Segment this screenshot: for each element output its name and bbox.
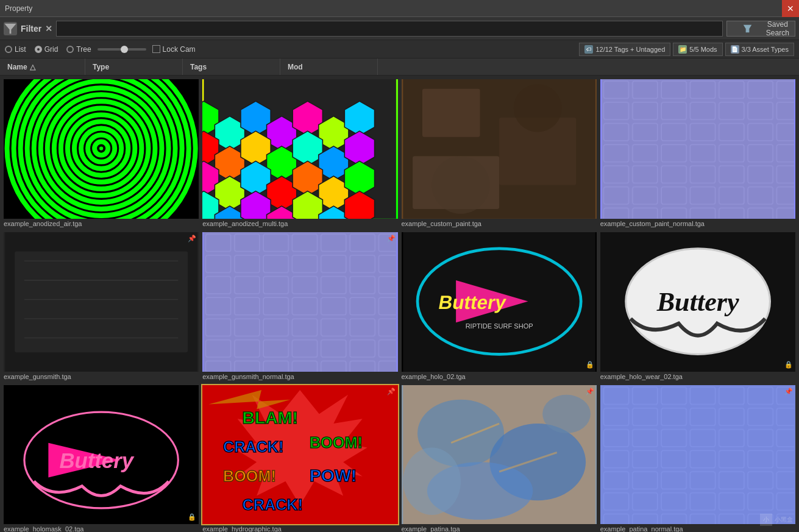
grid-item[interactable]: example_custom_paint.tga <box>402 79 597 229</box>
list-radio-circle <box>5 46 12 53</box>
grid-item-thumbnail: 📌 <box>202 232 397 372</box>
tree-label: Tree <box>76 45 91 54</box>
svg-point-80 <box>513 84 561 132</box>
grid-item-thumbnail: Buttery 🔒 <box>600 232 795 372</box>
mods-label: 5/5 Mods <box>689 46 717 53</box>
grid-item[interactable]: example_anodized_multi.tga <box>202 79 397 229</box>
view-bar: List Grid Tree Lock Cam 🏷 12/12 Tags + U… <box>0 40 799 59</box>
pin-icon: 📌 <box>188 235 196 243</box>
svg-text:Buttery: Buttery <box>656 287 739 317</box>
asset-types-filter-button[interactable]: 📄 3/3 Asset Types <box>725 43 794 56</box>
column-header: Name △ Type Tags Mod <box>0 59 799 76</box>
pin-icon: 📌 <box>387 235 396 243</box>
asset-types-label: 3/3 Asset Types <box>742 46 789 53</box>
tags-filter-button[interactable]: 🏷 12/12 Tags + Untagged <box>579 43 670 56</box>
grid-item[interactable]: 📌example_patina.tga <box>402 385 597 533</box>
grid-item[interactable]: Buttery 🔒example_holo_wear_02.tga <box>600 232 795 381</box>
grid-item-thumbnail: Buttery 🔒 <box>4 385 199 525</box>
lock-cam-label: Lock Cam <box>163 45 196 54</box>
grid-item-thumbnail <box>600 79 795 219</box>
tag-mod-bar: 🏷 12/12 Tags + Untagged 📁 5/5 Mods 📄 3/3… <box>579 43 794 56</box>
list-radio[interactable]: List <box>5 45 26 54</box>
close-button[interactable]: ✕ <box>782 0 799 17</box>
svg-point-120 <box>403 447 461 514</box>
grid-item-label: example_hydrographic.tga <box>202 524 397 532</box>
col-tags-header[interactable]: Tags <box>183 59 280 75</box>
grid-item-thumbnail: 📌 <box>4 232 199 372</box>
pin-icon: 📌 <box>586 388 594 396</box>
tags-icon: 🏷 <box>584 45 593 54</box>
svg-text:Buttery: Buttery <box>60 449 135 472</box>
svg-marker-1 <box>744 25 750 32</box>
grid-item[interactable]: 📌example_gunsmith_normal.tga <box>202 232 397 381</box>
lock-icon: 🔒 <box>188 513 196 522</box>
svg-text:BOOM!: BOOM! <box>310 433 363 450</box>
grid-item[interactable]: Buttery RIPTIDE SURF SHOP 🔒example_holo_… <box>402 232 597 381</box>
grid-item[interactable]: example_anodized_air.tga <box>4 79 199 229</box>
title-bar: Property ✕ <box>0 0 799 17</box>
grid-item-label: example_custom_paint.tga <box>402 219 597 229</box>
grid-item-thumbnail: 📌 <box>600 385 795 525</box>
saved-search-label: Saved Search <box>765 20 790 37</box>
grid-item-thumbnail <box>4 79 199 219</box>
watermark-text: 小黑盒 <box>775 516 793 524</box>
tags-label: 12/12 Tags + Untagged <box>595 46 665 53</box>
svg-point-121 <box>542 394 591 433</box>
grid-item-label: example_holo_02.tga <box>402 372 597 381</box>
watermark: 小 小黑盒 <box>760 514 793 526</box>
saved-search-button[interactable]: Saved Search <box>726 21 795 37</box>
svg-text:Buttery: Buttery <box>436 291 508 313</box>
grid-item-label: example_patina.tga <box>402 524 597 532</box>
grid-item-thumbnail: BLAM! CRACK! BOOM! BOOM! POW! CRACK! 📌 <box>202 385 397 525</box>
svg-marker-0 <box>4 23 16 34</box>
grid-item[interactable]: 📌example_patina_normal.tga <box>600 385 795 533</box>
svg-rect-127 <box>602 385 794 525</box>
view-mode-group: List Grid Tree <box>5 45 91 54</box>
mods-icon: 📁 <box>678 45 687 54</box>
grid-item-label: example_custom_paint_normal.tga <box>600 219 795 229</box>
lock-cam-checkbox[interactable] <box>152 45 160 53</box>
svg-text:RIPTIDE SURF SHOP: RIPTIDE SURF SHOP <box>465 322 533 330</box>
col-name-header[interactable]: Name △ <box>0 59 85 75</box>
svg-text:CRACK!: CRACK! <box>223 438 284 455</box>
grid-container: example_anodized_air.tga example_anodize… <box>0 76 799 532</box>
asset-types-icon: 📄 <box>731 45 739 54</box>
grid-radio[interactable]: Grid <box>35 45 59 54</box>
watermark-icon: 小 <box>760 514 772 526</box>
tree-radio-circle <box>66 46 74 53</box>
grid-item-label: example_gunsmith.tga <box>4 372 199 381</box>
list-label: List <box>15 45 26 54</box>
svg-point-17 <box>99 146 103 150</box>
col-mod-header[interactable]: Mod <box>280 59 378 75</box>
mods-filter-button[interactable]: 📁 5/5 Mods <box>673 43 722 56</box>
svg-text:BLAM!: BLAM! <box>243 408 298 427</box>
filter-icon <box>4 22 17 35</box>
svg-rect-86 <box>15 251 188 352</box>
grid-item[interactable]: Buttery 🔒example_holomask_02.tga <box>4 385 199 533</box>
filter-close-button[interactable]: ✕ <box>45 24 52 34</box>
grid-item-label: example_anodized_multi.tga <box>202 219 397 229</box>
size-slider-container <box>98 48 146 51</box>
lock-cam-group: Lock Cam <box>152 45 196 54</box>
grid-item[interactable]: example_custom_paint_normal.tga <box>600 79 795 229</box>
grid-item-thumbnail: 📌 <box>402 385 597 525</box>
svg-rect-84 <box>602 79 794 219</box>
grid-item[interactable]: BLAM! CRACK! BOOM! BOOM! POW! CRACK! 📌ex… <box>202 385 397 533</box>
svg-point-81 <box>431 156 489 214</box>
svg-text:POW!: POW! <box>310 465 357 484</box>
grid-item-thumbnail <box>402 79 597 219</box>
lock-icon: 🔒 <box>784 361 793 369</box>
filter-bar: Filter ✕ Saved Search <box>0 17 799 40</box>
svg-text:CRACK!: CRACK! <box>243 496 304 513</box>
filter-input[interactable] <box>56 21 722 37</box>
grid-item-thumbnail: Buttery RIPTIDE SURF SHOP 🔒 <box>402 232 597 372</box>
col-type-header[interactable]: Type <box>85 59 183 75</box>
size-slider-thumb <box>121 46 128 53</box>
grid-item[interactable]: 📌example_gunsmith.tga <box>4 232 199 381</box>
tree-radio[interactable]: Tree <box>66 45 91 54</box>
lock-icon: 🔒 <box>586 361 594 369</box>
sort-arrow: △ <box>30 63 35 71</box>
size-slider[interactable] <box>98 48 146 51</box>
grid-radio-circle <box>35 46 42 53</box>
pin-icon: 📌 <box>387 388 396 396</box>
